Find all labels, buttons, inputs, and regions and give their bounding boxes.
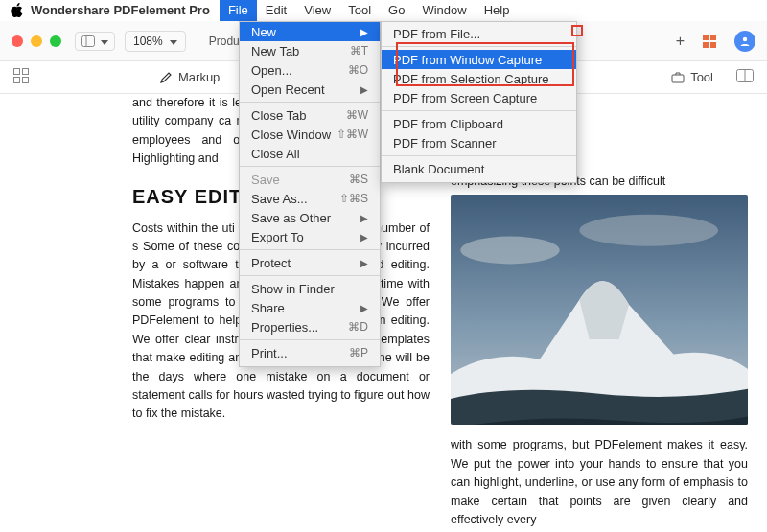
apple-menu-icon[interactable] xyxy=(8,3,25,17)
menu-item-label: New xyxy=(251,25,276,39)
svg-rect-6 xyxy=(23,78,29,83)
new-submenu-item[interactable]: PDF from Scanner xyxy=(382,133,576,152)
menu-item-label: Close Window xyxy=(251,127,331,142)
menu-tool[interactable]: Tool xyxy=(339,0,380,21)
file-menu-item[interactable]: Protect▶ xyxy=(240,253,380,272)
markup-button[interactable]: Markup xyxy=(159,70,220,84)
menu-shortcut: ⌘O xyxy=(348,63,368,77)
file-menu-item[interactable]: Print...⌘P xyxy=(240,343,380,362)
menu-shortcut: ⇧⌘W xyxy=(337,127,368,141)
svg-rect-7 xyxy=(672,75,684,82)
menu-item-label: Print... xyxy=(251,346,288,360)
new-submenu-item[interactable]: PDF from Window Capture xyxy=(382,50,576,69)
file-menu-item[interactable]: Close All xyxy=(240,144,380,163)
window-minimize-icon[interactable] xyxy=(31,35,42,47)
menu-window[interactable]: Window xyxy=(413,0,475,21)
toolbox-icon xyxy=(671,71,685,84)
file-menu-item[interactable]: Open...⌘O xyxy=(240,60,380,80)
menu-edit[interactable]: Edit xyxy=(257,0,295,21)
menu-item-label: Share xyxy=(251,301,285,315)
submenu-arrow-icon: ▶ xyxy=(360,27,368,37)
file-menu-item: Save⌘S xyxy=(240,170,380,189)
svg-point-2 xyxy=(743,36,747,40)
menu-item-label: PDF from Window Capture xyxy=(393,53,542,67)
apps-grid-icon[interactable] xyxy=(702,34,717,49)
menu-item-label: Save xyxy=(251,173,280,187)
file-menu-item[interactable]: Share▶ xyxy=(240,298,380,317)
submenu-arrow-icon: ▶ xyxy=(360,213,368,223)
app-name: Wondershare PDFelement Pro xyxy=(31,3,210,17)
svg-rect-3 xyxy=(14,69,20,75)
menu-go[interactable]: Go xyxy=(380,0,413,21)
tool-button[interactable]: Tool xyxy=(671,70,713,84)
menu-bar: Wondershare PDFelement Pro File Edit Vie… xyxy=(0,0,767,21)
menu-shortcut: ⌘S xyxy=(349,173,368,186)
menu-item-label: Properties... xyxy=(251,320,318,335)
menu-shortcut: ⌘D xyxy=(348,320,368,334)
file-menu-item[interactable]: Show in Finder xyxy=(240,279,380,298)
svg-rect-4 xyxy=(23,69,29,75)
menu-shortcut: ⌘T xyxy=(350,44,368,58)
menu-item-label: PDF from Clipboard xyxy=(393,117,503,131)
new-submenu-item[interactable]: PDF from Selection Capture xyxy=(382,69,576,88)
menu-item-label: PDF from Scanner xyxy=(393,136,497,150)
menu-item-label: PDF from Selection Capture xyxy=(393,72,549,86)
menu-view[interactable]: View xyxy=(295,0,339,21)
new-submenu-item[interactable]: PDF from Screen Capture xyxy=(382,88,576,107)
file-menu-item[interactable]: Open Recent▶ xyxy=(240,80,380,99)
sidebar-toggle-button[interactable] xyxy=(75,32,115,51)
document-tab[interactable]: Produ xyxy=(209,35,240,48)
menu-shortcut: ⇧⌘S xyxy=(339,192,368,205)
menu-item-label: Open Recent xyxy=(251,82,325,97)
tool-label: Tool xyxy=(690,70,713,84)
menu-item-label: Blank Document xyxy=(393,162,484,176)
menu-item-label: Save As... xyxy=(251,192,308,206)
new-submenu-item[interactable]: Blank Document xyxy=(382,159,576,178)
new-submenu-item[interactable]: PDF from File... xyxy=(382,24,576,43)
file-menu-item[interactable]: Save as Other▶ xyxy=(240,208,380,227)
file-menu-item[interactable]: New Tab⌘T xyxy=(240,41,380,60)
menu-item-label: Protect xyxy=(251,256,291,270)
menu-shortcut: ⌘P xyxy=(349,346,368,359)
new-tab-button[interactable]: + xyxy=(676,33,685,50)
window-close-icon[interactable] xyxy=(12,35,23,47)
doc-text: with some programs, but PDFelement makes… xyxy=(451,436,748,529)
menu-item-label: Save as Other xyxy=(251,211,331,225)
file-menu-item[interactable]: Close Tab⌘W xyxy=(240,105,380,125)
page-view-icon[interactable] xyxy=(736,69,754,85)
new-submenu: PDF from File...PDF from Window CaptureP… xyxy=(381,21,577,183)
file-menu-item[interactable]: Close Window⇧⌘W xyxy=(240,125,380,144)
menu-item-label: New Tab xyxy=(251,44,299,58)
file-menu-item[interactable]: New▶ xyxy=(240,22,380,41)
doc-image xyxy=(451,195,748,425)
submenu-arrow-icon: ▶ xyxy=(360,232,368,243)
svg-point-12 xyxy=(579,215,718,246)
file-menu-item[interactable]: Save As...⇧⌘S xyxy=(240,189,380,208)
submenu-arrow-icon: ▶ xyxy=(360,303,368,313)
menu-item-label: PDF from File... xyxy=(393,27,480,41)
chevron-down-icon xyxy=(99,35,108,48)
svg-rect-0 xyxy=(82,35,95,46)
submenu-arrow-icon: ▶ xyxy=(360,258,368,268)
chevron-down-icon xyxy=(168,35,177,48)
new-submenu-item[interactable]: PDF from Clipboard xyxy=(382,114,576,133)
menu-item-label: Export To xyxy=(251,230,304,244)
file-menu-item[interactable]: Properties...⌘D xyxy=(240,317,380,336)
file-menu-item[interactable]: Export To▶ xyxy=(240,227,380,246)
menu-help[interactable]: Help xyxy=(476,0,519,21)
svg-point-11 xyxy=(460,237,559,265)
pencil-icon xyxy=(159,71,173,84)
user-avatar[interactable] xyxy=(734,31,755,52)
zoom-select[interactable]: 108% xyxy=(125,31,186,52)
menu-item-label: Open... xyxy=(251,63,292,78)
menu-file[interactable]: File xyxy=(220,0,257,21)
menu-shortcut: ⌘W xyxy=(346,108,368,122)
submenu-arrow-icon: ▶ xyxy=(360,84,368,95)
svg-rect-5 xyxy=(14,78,20,83)
menu-item-label: Close All xyxy=(251,147,300,161)
thumbnails-icon[interactable] xyxy=(13,68,38,86)
window-zoom-icon[interactable] xyxy=(50,35,61,47)
zoom-value: 108% xyxy=(133,35,163,48)
markup-label: Markup xyxy=(178,70,220,84)
menu-item-label: Close Tab xyxy=(251,108,307,123)
